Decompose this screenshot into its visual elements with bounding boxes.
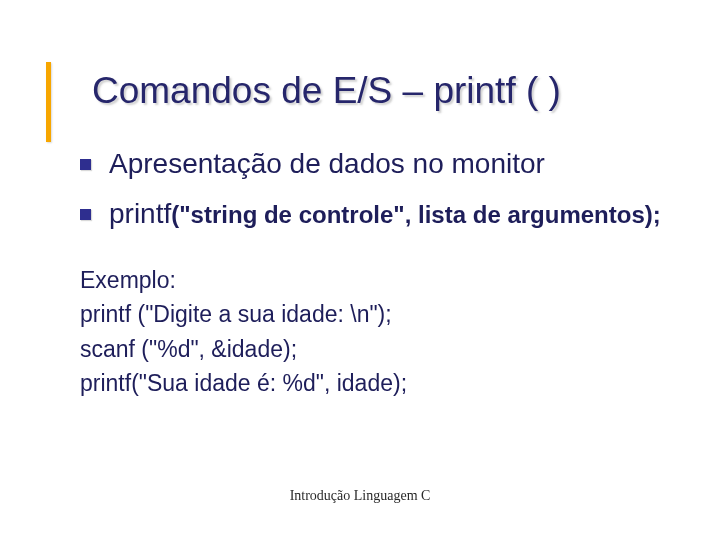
bullet-item: Apresentação de dados no monitor [80, 146, 720, 182]
example-block: Exemplo: printf ("Digite a sua idade: \n… [80, 263, 720, 401]
square-bullet-icon [80, 209, 91, 220]
slide-footer: Introdução Linguagem C [0, 488, 720, 504]
accent-bar [46, 62, 51, 142]
square-bullet-icon [80, 159, 91, 170]
slide: Comandos de E/S – printf ( ) Apresentaçã… [0, 0, 720, 540]
bullet-text: printf("string de controle", lista de ar… [109, 196, 661, 232]
bullet-text: Apresentação de dados no monitor [109, 146, 545, 182]
bullet-list: Apresentação de dados no monitor printf(… [80, 146, 720, 233]
example-line: scanf ("%d", &idade); [80, 332, 720, 367]
example-line: printf ("Digite a sua idade: \n"); [80, 297, 720, 332]
bullet-bold: ("string de controle", lista de argument… [171, 201, 660, 228]
bullet-prefix: printf [109, 198, 171, 229]
bullet-item: printf("string de controle", lista de ar… [80, 196, 720, 232]
slide-title: Comandos de E/S – printf ( ) [92, 70, 720, 112]
example-line: printf("Sua idade é: %d", idade); [80, 366, 720, 401]
example-heading: Exemplo: [80, 263, 720, 298]
